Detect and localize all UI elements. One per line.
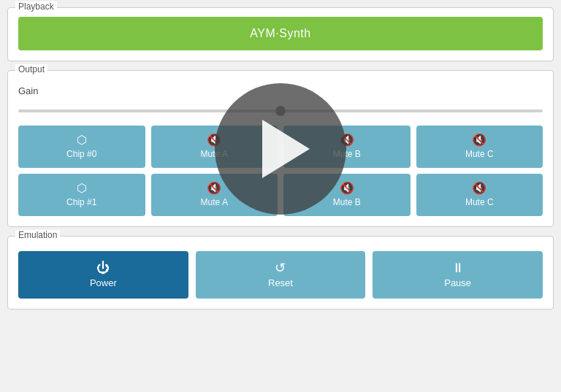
pause-label: Pause xyxy=(444,277,471,288)
pause-icon: ⏸ xyxy=(451,261,465,274)
chip0-button[interactable]: ⬡ Chip #0 xyxy=(18,126,145,168)
reset-icon: ↺ xyxy=(275,261,286,274)
chip-icon: ⬡ xyxy=(77,182,87,194)
mute-icon: 🔇 xyxy=(207,182,221,194)
reset-label: Reset xyxy=(268,277,293,288)
mute-b1-label: Mute B xyxy=(333,197,361,207)
output-legend: Output xyxy=(15,64,47,74)
mute-icon: 🔇 xyxy=(472,134,486,146)
gain-slider[interactable] xyxy=(18,109,543,112)
emulation-legend: Emulation xyxy=(15,230,60,240)
mute-a0-button[interactable]: 🔇 Mute A xyxy=(151,126,278,168)
mute-c1-button[interactable]: 🔇 Mute C xyxy=(416,174,543,216)
chips-grid: ⬡ Chip #0 🔇 Mute A 🔇 Mute B 🔇 Mute C ⬡ C… xyxy=(18,126,543,216)
mute-icon: 🔇 xyxy=(207,134,221,146)
mute-icon: 🔇 xyxy=(472,182,486,194)
mute-icon: 🔇 xyxy=(340,182,354,194)
playback-button[interactable]: AYM·Synth xyxy=(18,17,543,50)
mute-a0-label: Mute A xyxy=(201,149,228,159)
mute-c1-label: Mute C xyxy=(465,197,494,207)
pause-button[interactable]: ⏸ Pause xyxy=(373,251,543,299)
mute-a1-label: Mute A xyxy=(201,197,228,207)
gain-label: Gain xyxy=(18,85,543,96)
mute-b0-label: Mute B xyxy=(333,149,361,159)
gain-slider-wrap xyxy=(18,102,543,115)
reset-button[interactable]: ↺ Reset xyxy=(196,251,366,299)
mute-a1-button[interactable]: 🔇 Mute A xyxy=(151,174,278,216)
output-section: Output Gain ⬡ Chip #0 🔇 Mute A 🔇 Mute B … xyxy=(7,70,554,227)
mute-icon: 🔇 xyxy=(340,134,354,146)
power-label: Power xyxy=(90,277,117,288)
mute-b1-button[interactable]: 🔇 Mute B xyxy=(283,174,411,216)
power-icon: ⏻ xyxy=(96,261,110,274)
emulation-section: Emulation ⏻ Power ↺ Reset ⏸ Pause xyxy=(7,236,554,310)
chip0-label: Chip #0 xyxy=(66,149,96,159)
mute-c0-label: Mute C xyxy=(465,149,494,159)
playback-section: Playback AYM·Synth xyxy=(7,7,554,61)
power-button[interactable]: ⏻ Power xyxy=(18,251,188,299)
emulation-grid: ⏻ Power ↺ Reset ⏸ Pause xyxy=(18,251,543,299)
chip1-label: Chip #1 xyxy=(66,197,96,207)
mute-b0-button[interactable]: 🔇 Mute B xyxy=(283,126,411,168)
mute-c0-button[interactable]: 🔇 Mute C xyxy=(416,126,543,168)
playback-legend: Playback xyxy=(15,1,57,12)
chip-icon: ⬡ xyxy=(77,134,87,146)
chip1-button[interactable]: ⬡ Chip #1 xyxy=(18,174,145,216)
